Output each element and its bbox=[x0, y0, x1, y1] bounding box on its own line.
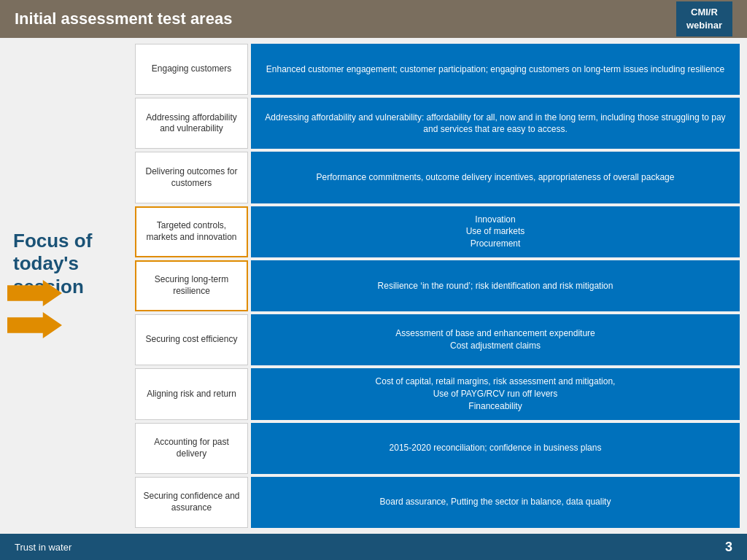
left-cell-3: Targeted controls, markets and innovatio… bbox=[135, 206, 248, 257]
table-row: Accounting for past delivery2015-2020 re… bbox=[135, 423, 740, 474]
left-cell-1: Addressing affordability and vulnerabili… bbox=[135, 98, 248, 149]
table-row: Addressing affordability and vulnerabili… bbox=[135, 98, 740, 149]
left-cell-2: Delivering outcomes for customers bbox=[135, 152, 248, 203]
footer-page-number: 3 bbox=[725, 540, 732, 555]
left-cell-0: Engaging customers bbox=[135, 44, 248, 95]
footer: Trust in water 3 bbox=[0, 534, 747, 560]
right-cell-1: Addressing affordability and vulnerabili… bbox=[251, 98, 740, 149]
left-panel: Focus of today's session bbox=[0, 38, 135, 534]
right-cell-6: Cost of capital, retail margins, risk as… bbox=[251, 368, 740, 419]
arrows-container bbox=[7, 280, 62, 338]
header: Initial assessment test areas CMI/R webi… bbox=[0, 0, 747, 38]
table-row: Engaging customersEnhanced customer enga… bbox=[135, 44, 740, 95]
right-cell-4: Resilience ‘in the round’; risk identifi… bbox=[251, 260, 740, 311]
right-cell-5: Assessment of base and enhancement expen… bbox=[251, 314, 740, 365]
table-row: Aligning risk and returnCost of capital,… bbox=[135, 368, 740, 419]
arrow-icon-2 bbox=[7, 312, 62, 338]
right-cell-8: Board assurance, Putting the sector in b… bbox=[251, 477, 740, 528]
right-cell-3: InnovationUse of marketsProcurement bbox=[251, 206, 740, 257]
footer-text: Trust in water bbox=[15, 542, 71, 553]
rows-container: Engaging customersEnhanced customer enga… bbox=[135, 38, 747, 534]
left-cell-4: Securing long-term resilience bbox=[135, 260, 248, 311]
left-cell-5: Securing cost efficiency bbox=[135, 314, 248, 365]
left-cell-6: Aligning risk and return bbox=[135, 368, 248, 419]
right-cell-2: Performance commitments, outcome deliver… bbox=[251, 152, 740, 203]
left-cell-7: Accounting for past delivery bbox=[135, 423, 248, 474]
left-cell-8: Securing confidence and assurance bbox=[135, 477, 248, 528]
table-row: Securing cost efficiencyAssessment of ba… bbox=[135, 314, 740, 365]
arrow-icon-1 bbox=[7, 280, 62, 306]
table-row: Securing long-term resilienceResilience … bbox=[135, 260, 740, 311]
header-badge: CMI/R webinar bbox=[676, 1, 732, 36]
right-cell-7: 2015-2020 reconciliation; confidence in … bbox=[251, 423, 740, 474]
table-row: Targeted controls, markets and innovatio… bbox=[135, 206, 740, 257]
main-content: Focus of today's session Engaging custom… bbox=[0, 38, 747, 534]
table-row: Securing confidence and assuranceBoard a… bbox=[135, 477, 740, 528]
page-title: Initial assessment test areas bbox=[15, 9, 232, 28]
table-row: Delivering outcomes for customersPerform… bbox=[135, 152, 740, 203]
right-cell-0: Enhanced customer engagement; customer p… bbox=[251, 44, 740, 95]
